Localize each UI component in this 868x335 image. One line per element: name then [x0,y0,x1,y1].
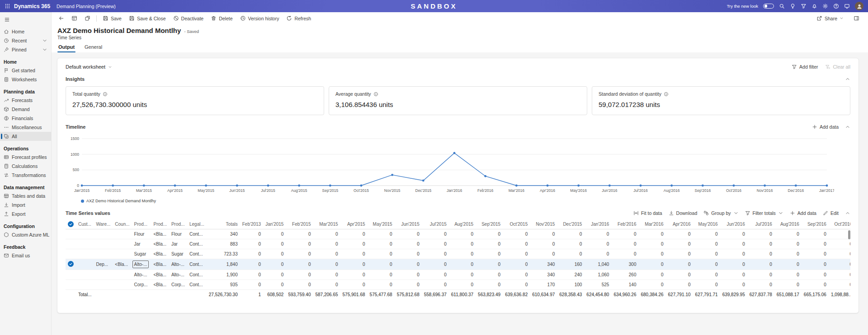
fit-to-data-button[interactable]: Fit to data [633,210,662,216]
value-cell[interactable]: 0 [503,239,530,249]
tab-output[interactable]: Output [57,43,75,52]
value-cell[interactable]: 0 [747,239,774,249]
refresh-button[interactable]: Refresh [283,14,314,23]
cell[interactable] [76,229,94,239]
value-cell[interactable]: 0 [802,280,829,290]
info-icon[interactable] [373,92,378,97]
value-cell[interactable]: 0 [368,270,395,280]
value-cell[interactable]: 0 [747,280,774,290]
value-cell[interactable]: 0 [802,270,829,280]
value-cell[interactable]: 0 [774,239,802,249]
sidebar-item-email-us[interactable]: Email us [0,251,51,260]
cell[interactable]: Corp... [132,280,151,290]
value-cell[interactable]: 0 [666,280,693,290]
value-cell[interactable]: 0 [368,280,395,290]
value-cell[interactable]: 0 [720,270,747,280]
cell[interactable]: <Bla... [151,229,169,239]
add-data-button[interactable]: Add data [790,210,816,216]
value-cell[interactable]: 0 [395,259,422,270]
value-cell[interactable]: 0 [693,239,720,249]
sidebar-item-demand[interactable]: Demand [0,105,51,114]
worksheet-selector[interactable]: Default worksheet [66,64,112,70]
value-cell[interactable]: 0 [829,229,850,239]
value-cell[interactable]: 0 [720,229,747,239]
cell[interactable]: <Bla... [113,259,132,270]
column-header-oct-2016[interactable]: Oct'2016 [829,219,850,229]
column-header-may-2016[interactable]: May'2016 [693,219,720,229]
cell[interactable] [113,239,132,249]
download-button[interactable]: Download [669,210,698,216]
edit-button[interactable]: Edit [823,210,839,216]
deactivate-button[interactable]: Deactivate [170,14,207,23]
cell[interactable]: Jar [169,239,187,249]
cell[interactable] [94,270,113,280]
value-cell[interactable]: 1,040 [584,259,611,270]
table-vertical-scrollbar[interactable] [848,230,850,239]
column-header-aug-2015[interactable]: Aug'2015 [449,219,476,229]
column-header-sep-2016[interactable]: Sep'2016 [802,219,829,229]
value-cell[interactable]: 525 [584,280,611,290]
value-cell[interactable]: 0 [693,249,720,259]
column-header-mar-2015[interactable]: Mar'2015 [313,219,340,229]
sidebar-item-export[interactable]: Export [0,209,51,219]
value-cell[interactable]: 0 [313,229,340,239]
column-header-sep-2015[interactable]: Sep'2015 [476,219,503,229]
value-cell[interactable]: 0 [557,239,584,249]
sidebar-toggle-button[interactable] [0,15,51,27]
table-row[interactable]: Dep...<Bla...Alto-...<Bla...Alto-...Cont… [66,259,850,270]
value-cell[interactable]: 0 [747,229,774,239]
cell[interactable]: <Bla... [151,239,169,249]
cell[interactable]: <Bla... [151,249,169,259]
cell[interactable] [94,239,113,249]
value-cell[interactable]: 0 [503,270,530,280]
cell[interactable] [76,259,94,270]
column-header-oct-2015[interactable]: Oct'2015 [503,219,530,229]
value-cell[interactable]: 0 [720,249,747,259]
value-cell[interactable]: 0 [829,259,850,270]
totals-cell[interactable]: 340 [207,229,240,239]
column-header-dec-2015[interactable]: Dec'2015 [557,219,584,229]
sidebar-item-pinned[interactable]: Pinned [0,45,51,54]
value-cell[interactable]: 0 [240,239,263,249]
filter-button[interactable] [801,3,807,9]
value-cell[interactable]: 0 [286,259,313,270]
value-cell[interactable]: 0 [720,239,747,249]
column-header-feb-2015[interactable]: Feb'2015 [286,219,313,229]
cell[interactable]: Cont... [187,259,207,270]
totals-cell[interactable]: 935 [207,280,240,290]
sidebar-item-forecast-profiles[interactable]: Forecast profiles [0,153,51,162]
grid-button[interactable] [68,14,80,23]
value-cell[interactable]: 340 [530,259,557,270]
value-cell[interactable]: 0 [720,259,747,270]
value-cell[interactable]: 0 [476,259,503,270]
column-header-coun[interactable]: Coun... [113,219,132,229]
delete-button[interactable]: Delete [208,14,236,23]
column-header-legal[interactable]: Legal... [187,219,207,229]
value-cell[interactable]: 0 [449,229,476,239]
app-launcher-button[interactable] [5,3,10,9]
totals-cell[interactable]: 723.33 [207,249,240,259]
cell[interactable] [113,270,132,280]
value-cell[interactable]: 0 [802,239,829,249]
value-cell[interactable]: 0 [422,249,449,259]
collapse-timeseries-button[interactable] [845,210,850,216]
value-cell[interactable]: 0 [530,229,557,239]
cell[interactable] [76,249,94,259]
value-cell[interactable]: 0 [449,249,476,259]
cell[interactable]: Alto-... [169,259,187,270]
value-cell[interactable]: 0 [313,239,340,249]
value-cell[interactable]: 0 [638,239,665,249]
tab-general[interactable]: General [84,43,103,52]
value-cell[interactable]: 0 [476,239,503,249]
value-cell[interactable]: 0 [476,270,503,280]
value-cell[interactable]: 0 [449,239,476,249]
timeline-add-data-button[interactable]: Add data [812,124,839,130]
value-cell[interactable]: 0 [802,229,829,239]
cell[interactable]: Cont... [187,239,207,249]
back-button[interactable] [55,14,67,23]
value-cell[interactable]: 0 [313,249,340,259]
column-header-prod[interactable]: Prod... [169,219,187,229]
value-cell[interactable]: 0 [263,270,286,280]
value-cell[interactable]: 0 [557,249,584,259]
sidebar-item-transformations[interactable]: Transformations [0,171,51,180]
